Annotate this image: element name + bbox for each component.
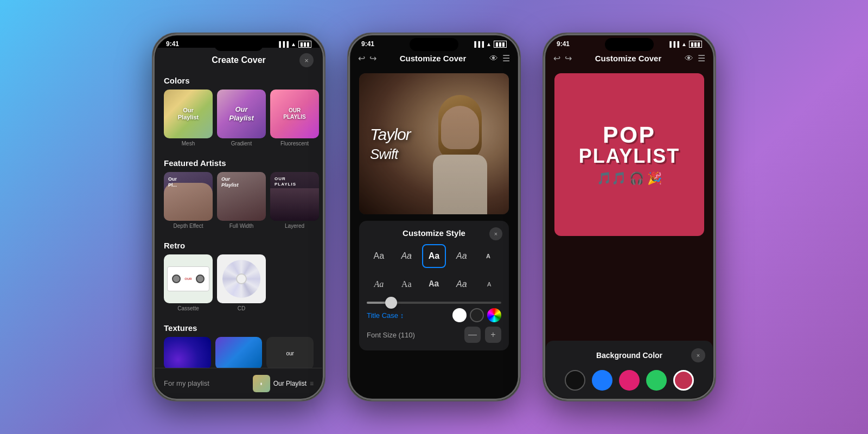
signal-icon-2: ▐▐▐ [473, 41, 484, 47]
gradient-label: Gradient [231, 141, 252, 146]
cover-item-fullwidth[interactable]: OurPlaylist Full Width [217, 172, 266, 229]
status-bar-1: 9:41 ▐▐▐ ▲ ▮▮▮ [155, 36, 322, 48]
cassette-label-text: Cassette [177, 305, 199, 311]
textures-grid: our [155, 337, 322, 369]
font-option-5[interactable]: A [477, 244, 501, 268]
mini-cover-preview: ▮ [253, 375, 270, 392]
menu-icon-2[interactable]: ☰ [502, 53, 510, 63]
close-button-1[interactable]: × [299, 53, 314, 67]
bg-panel-close[interactable]: × [691, 348, 705, 362]
style-slider[interactable] [367, 302, 501, 304]
cover-item-fluorescent[interactable]: OURPLAYLIS Fluorescent [270, 90, 319, 146]
colors-grid: OurPlaylist Mesh OurPlaylist Gradient [155, 90, 322, 153]
font-option-9[interactable]: Aa [449, 272, 474, 296]
cover-item-gradient[interactable]: OurPlaylist Gradient [217, 90, 266, 146]
texture-thumb-1[interactable] [164, 337, 211, 369]
bg-color-red[interactable] [673, 370, 694, 391]
bg-color-pink[interactable] [619, 370, 640, 391]
back-icon-3[interactable]: ↩ [553, 53, 560, 63]
font-size-minus[interactable]: — [464, 327, 481, 343]
color-dot-black[interactable] [470, 308, 484, 322]
wifi-icon-3: ▲ [681, 41, 687, 47]
retro-section-title: Retro [155, 235, 322, 254]
cover-thumb-fluorescent[interactable]: OURPLAYLIS [270, 90, 319, 138]
bg-color-blue[interactable] [592, 370, 612, 391]
eye-icon-2[interactable]: 👁 [489, 54, 498, 63]
bg-color-green[interactable] [646, 370, 667, 391]
font-options-grid: Aa Aa Aa Aa A [367, 244, 501, 268]
font-option-4[interactable]: Aa [449, 244, 474, 268]
font-option-3[interactable]: Aa [422, 244, 446, 268]
bg-color-black[interactable] [565, 370, 585, 391]
album-art-2: TaylorSwift [359, 73, 509, 214]
cover-thumb-gradient[interactable]: OurPlaylist [217, 90, 266, 138]
panel-title-2: Customize Style [367, 228, 501, 238]
cover-thumb-mesh[interactable]: OurPlaylist [164, 90, 213, 138]
cover-thumb-layered[interactable]: OURPLAYLIS [270, 172, 319, 221]
font-size-controls: — + [464, 327, 501, 343]
layered-overlay-text: OURPLAYLIS [275, 176, 296, 187]
font-option-1[interactable]: Aa [367, 244, 391, 268]
slider-track [367, 302, 501, 304]
cover-item-layered[interactable]: OURPLAYLIS Layered [270, 172, 319, 229]
font-option-6[interactable]: Aa [367, 272, 391, 296]
phone-3: 9:41 ▐▐▐ ▲ ▮▮▮ ↩ ↪ Customize Cover 👁 ☰ [542, 33, 716, 401]
font-option-7[interactable]: Aa [394, 272, 419, 296]
slider-thumb[interactable] [385, 297, 397, 309]
action-icons-2: 👁 ☰ [489, 53, 510, 63]
status-icons-3: ▐▐▐ ▲ ▮▮▮ [668, 41, 702, 48]
forward-icon-2[interactable]: ↪ [369, 53, 376, 63]
artist-name-overlay: TaylorSwift [370, 125, 411, 163]
customize-style-panel: Customize Style × Aa Aa Aa Aa A Aa Aa Aa [359, 221, 509, 350]
battery-icon-2: ▮▮▮ [494, 41, 507, 48]
title-case-btn[interactable]: Title Case ↕ [367, 311, 404, 320]
cd-label: CD [238, 305, 245, 311]
color-dot-rainbow[interactable] [487, 308, 501, 322]
cassette-reel-right [196, 275, 205, 283]
bg-panel-title: Background Color [567, 351, 691, 360]
style-options-row: Title Case ↕ [367, 308, 501, 322]
font-options-grid-row2: Aa Aa Aa Aa A [367, 272, 501, 296]
texture-thumb-2[interactable] [215, 337, 263, 369]
gradient-cover-text: OurPlaylist [229, 105, 254, 122]
back-icon-2[interactable]: ↩ [358, 53, 365, 63]
customize-title-2: Customize Cover [400, 54, 467, 63]
wifi-icon-2: ▲ [486, 41, 492, 47]
cover-item-cassette[interactable]: OUR Cassette [164, 254, 213, 311]
eye-icon-3[interactable]: 👁 [685, 54, 693, 63]
cover-item-depth[interactable]: OurPl... Depth Effect [164, 172, 213, 229]
cover-thumb-cassette[interactable]: OUR [164, 254, 213, 303]
cover-name-label: Our Playlist [273, 380, 307, 387]
font-option-2[interactable]: Aa [394, 244, 419, 268]
pop-playlist-wrapper: POP PLAYLIST 🎵🎵 🎧 🎉 [579, 124, 680, 186]
cover-thumb-cd[interactable] [217, 254, 266, 303]
cover-thumb-depth[interactable]: OurPl... [164, 172, 213, 221]
menu-icon-3[interactable]: ☰ [698, 53, 705, 63]
customize-title-3: Customize Cover [595, 54, 662, 63]
forward-icon-3[interactable]: ↪ [565, 53, 572, 63]
time-3: 9:41 [557, 40, 570, 48]
cover-item-mesh[interactable]: OurPlaylist Mesh [164, 90, 213, 146]
texture-thumb-3[interactable]: our [266, 337, 314, 369]
pop-playlist-text-container: POP PLAYLIST [579, 124, 680, 166]
nav-icons-2: ↩ ↪ [358, 53, 376, 63]
bg-color-panel: Background Color × [546, 341, 713, 398]
depth-person [164, 183, 213, 221]
layered-label: Layered [285, 223, 304, 229]
font-option-8[interactable]: Aa [422, 272, 446, 296]
artists-grid: OurPl... Depth Effect OurPlaylist Full W… [155, 172, 322, 235]
nav-icons-3: ↩ ↪ [553, 53, 572, 63]
pop-text: POP [579, 124, 680, 146]
mini-cover-text: ▮ [260, 382, 262, 385]
font-size-plus[interactable]: + [485, 327, 501, 343]
cover-item-cd[interactable]: CD [217, 254, 266, 311]
bg-panel-header: Background Color × [553, 348, 705, 362]
font-size-label: Font Size (110) [367, 331, 415, 339]
font-option-10[interactable]: A [477, 272, 501, 296]
panel-close-btn-2[interactable]: × [489, 227, 502, 240]
colors-section-title: Colors [155, 71, 322, 90]
fullwidth-label: Full Width [229, 223, 253, 229]
color-dot-white[interactable] [452, 308, 467, 322]
depth-overlay-text: OurPl... [168, 176, 177, 188]
cover-thumb-fullwidth[interactable]: OurPlaylist [217, 172, 266, 221]
